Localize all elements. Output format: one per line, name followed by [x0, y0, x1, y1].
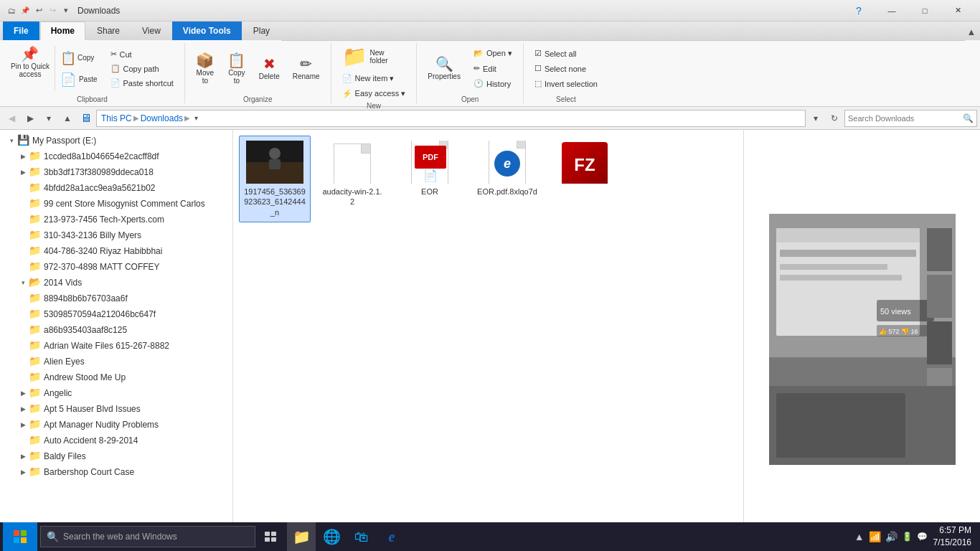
- sidebar-item-4bfdd[interactable]: 📁 4bfdd28a1acc9ea9a5621b02: [0, 180, 232, 196]
- search-box[interactable]: 🔍: [844, 110, 977, 127]
- file-item-eor-shortcut[interactable]: e EOR.pdf.8xlqo7d: [471, 136, 543, 222]
- search-icon[interactable]: 🔍: [963, 113, 974, 123]
- sidebar-item-404[interactable]: 📁 404-786-3240 Riyaz Habibbhai: [0, 243, 232, 259]
- svg-rect-26: [21, 537, 27, 543]
- main-layout: ▾ 💾 My Passport (E:) ▶ 📁 1ccded8a1b04665…: [0, 130, 980, 549]
- properties-button[interactable]: 🔍 Properties: [423, 53, 466, 84]
- minimize-button[interactable]: —: [875, 0, 908, 22]
- start-button[interactable]: [3, 522, 37, 551]
- file-item-eor-pdf[interactable]: PDF 📄 EOR: [394, 136, 466, 222]
- sidebar-item-baldy[interactable]: ▶ 📁 Baldy Files: [0, 448, 232, 464]
- sidebar-item-8894[interactable]: 📁 8894b8b6b76703aa6f: [0, 291, 232, 306]
- notification-icon[interactable]: 💬: [917, 532, 928, 542]
- new-label: New: [367, 100, 381, 110]
- address-path[interactable]: This PC ▶ Downloads ▶ ▾: [96, 110, 806, 127]
- rename-button[interactable]: ✏ Rename: [288, 53, 325, 84]
- back-button[interactable]: ◀: [3, 110, 20, 127]
- address-dropdown-button[interactable]: ▾: [807, 110, 824, 127]
- collapse-ribbon-icon[interactable]: ▲: [966, 26, 977, 37]
- paste-button[interactable]: 📄 Paste: [55, 70, 103, 90]
- copy-button[interactable]: 📋 Copy: [55, 48, 103, 68]
- ribbon-group-clipboard: 📌 Pin to Quick access 📋 Copy 📄 Paste: [0, 43, 185, 103]
- tab-video-tools[interactable]: Video Tools: [172, 22, 242, 40]
- invert-selection-button[interactable]: ⬚ Invert selection: [529, 77, 603, 90]
- refresh-button[interactable]: ↻: [826, 110, 843, 127]
- sidebar-item-barbershop[interactable]: ▶ 📁 Barbershop Court Case: [0, 464, 232, 480]
- network-icon[interactable]: ▲: [854, 531, 864, 542]
- sidebar-item-99cent[interactable]: 📁 99 cent Store Misogynist Comment Carlo…: [0, 196, 232, 212]
- sidebar-item-auto[interactable]: 📁 Auto Accident 8-29-2014: [0, 433, 232, 448]
- sidebar-item-2014vids[interactable]: ▾ 📂 2014 Vids: [0, 275, 232, 291]
- folder-icon: 📁: [29, 450, 42, 463]
- tab-play[interactable]: Play: [242, 22, 281, 40]
- recent-locations-button[interactable]: ▾: [40, 110, 57, 127]
- sidebar-item-53098[interactable]: 📁 53098570594a212046bc647f: [0, 306, 232, 322]
- tab-home[interactable]: Home: [40, 22, 85, 40]
- paste-shortcut-button[interactable]: 📄 Paste shortcut: [105, 76, 179, 90]
- sidebar-item-drive[interactable]: ▾ 💾 My Passport (E:): [0, 133, 232, 149]
- file-item-video[interactable]: 1917456_536369923623_6142444_n: [239, 136, 311, 222]
- open-button[interactable]: 📂 Open ▾: [468, 47, 517, 60]
- sidebar: ▾ 💾 My Passport (E:) ▶ 📁 1ccded8a1b04665…: [0, 130, 233, 549]
- maximize-button[interactable]: □: [908, 0, 941, 22]
- taskbar-search-box[interactable]: 🔍 Search the web and Windows: [40, 526, 255, 547]
- tab-file[interactable]: File: [3, 22, 39, 40]
- dropdown-arrow-icon[interactable]: ▾: [60, 5, 72, 17]
- wifi-icon[interactable]: 📶: [869, 531, 881, 542]
- undo-icon[interactable]: ↩: [33, 5, 44, 17]
- delete-button[interactable]: ✖ Delete: [254, 53, 285, 84]
- quick-access-icon[interactable]: 📌: [19, 5, 31, 17]
- edit-button[interactable]: ✏ Edit: [468, 62, 517, 75]
- sidebar-item-apt5[interactable]: ▶ 📁 Apt 5 Hauser Blvd Issues: [0, 401, 232, 417]
- copy-to-button[interactable]: 📋 Copy to: [222, 50, 251, 88]
- sidebar-item-213[interactable]: 📁 213-973-7456 Tech-Xperts.com: [0, 212, 232, 227]
- sidebar-item-adrian[interactable]: 📁 Adrian Waite Files 615-267-8882: [0, 338, 232, 354]
- forward-button[interactable]: ▶: [22, 110, 39, 127]
- tree-arrow: ▶: [17, 390, 29, 397]
- tab-share[interactable]: Share: [86, 22, 131, 40]
- sidebar-item-label: 4bfdd28a1acc9ea9a5621b02: [44, 183, 155, 193]
- folder-icon: 📁: [29, 308, 42, 321]
- edge-browser-button[interactable]: 🌐: [317, 522, 346, 551]
- task-view-button[interactable]: [257, 522, 286, 551]
- new-folder-button[interactable]: 📁 New folder: [337, 43, 411, 70]
- easy-access-button[interactable]: ⚡ Easy access ▾: [337, 87, 411, 100]
- breadcrumb-this-pc[interactable]: This PC: [101, 113, 132, 123]
- breadcrumb-dropdown[interactable]: ▾: [194, 114, 198, 122]
- folder-icon: 📁: [29, 402, 42, 415]
- sound-icon[interactable]: 🔊: [885, 531, 897, 542]
- sidebar-item-alien[interactable]: 📁 Alien Eyes: [0, 354, 232, 369]
- ie-button[interactable]: e: [377, 522, 406, 551]
- search-input[interactable]: [848, 114, 963, 123]
- cut-button[interactable]: ✂ Cut: [105, 47, 179, 61]
- help-button[interactable]: ?: [842, 0, 875, 22]
- select-none-button[interactable]: ☐ Select none: [529, 62, 603, 75]
- pin-quick-access-button[interactable]: 📌 Pin to Quick access: [6, 43, 55, 94]
- move-to-button[interactable]: 📦 Move to: [191, 50, 220, 88]
- sidebar-item-angelic[interactable]: ▶ 📁 Angelic: [0, 385, 232, 401]
- close-button[interactable]: ✕: [941, 0, 974, 22]
- breadcrumb-downloads[interactable]: Downloads: [141, 113, 183, 123]
- sidebar-item-1ccded[interactable]: ▶ 📁 1ccded8a1b046654e2cacff8df: [0, 149, 232, 164]
- new-item-button[interactable]: 📄 New item ▾: [337, 72, 411, 85]
- sidebar-item-310[interactable]: 📁 310-343-2136 Billy Myers: [0, 227, 232, 243]
- battery-icon[interactable]: 🔋: [902, 532, 913, 542]
- sidebar-item-972[interactable]: 📁 972-370-4898 MATT COFFEY: [0, 259, 232, 275]
- file-explorer-taskbar-button[interactable]: 📁: [287, 522, 316, 551]
- up-button[interactable]: ▲: [59, 110, 76, 127]
- sidebar-item-label: Andrew Stood Me Up: [44, 372, 126, 382]
- store-button[interactable]: 🛍: [347, 522, 376, 551]
- sidebar-item-aptmgr[interactable]: ▶ 📁 Apt Manager Nudity Problems: [0, 417, 232, 433]
- copy-path-button[interactable]: 📋 Copy path: [105, 62, 179, 75]
- history-button[interactable]: 🕐 History: [468, 77, 517, 90]
- file-thumbnail: PDF 📄: [401, 141, 458, 184]
- file-item-filezilla[interactable]: FZ: [549, 136, 621, 222]
- sidebar-item-3bb3df[interactable]: ▶ 📁 3bb3df173f380989ddeca018: [0, 164, 232, 180]
- select-all-button[interactable]: ☑ Select all: [529, 47, 603, 60]
- tab-view[interactable]: View: [131, 22, 171, 40]
- new-buttons: 📁 New folder 📄 New item ▾ ⚡ Easy access …: [337, 43, 411, 100]
- file-item-audacity[interactable]: audacity-win-2.1.2: [316, 136, 388, 222]
- sidebar-item-andrew[interactable]: 📁 Andrew Stood Me Up: [0, 369, 232, 385]
- sidebar-item-a86b[interactable]: 📁 a86b935403aaf8c125: [0, 322, 232, 338]
- clock-display[interactable]: 6:57 PM 7/15/2016: [933, 524, 971, 549]
